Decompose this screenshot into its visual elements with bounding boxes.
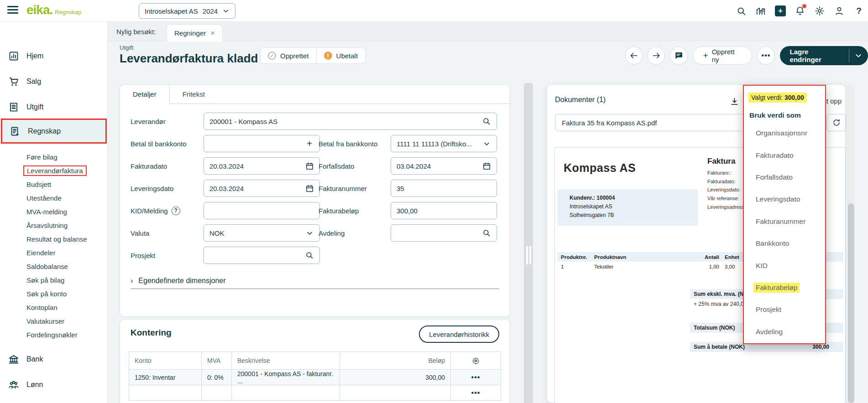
custom-dimensions-toggle[interactable]: › Egendefinerte dimensjoner — [131, 273, 499, 289]
help-icon[interactable]: ? — [172, 207, 180, 215]
menu-item-organisasjonsnr[interactable]: Organisasjonsnr — [744, 122, 825, 144]
sidebar-subitem-resultat-og-balanse[interactable]: Resultat og balanse — [0, 232, 108, 246]
betal-fra-select[interactable]: 1111 11 11113 (Driftsko... — [391, 135, 497, 152]
cell-mva[interactable]: 0: 0% — [202, 370, 232, 385]
more-actions-button[interactable]: ••• — [757, 46, 774, 65]
sidebar-item-utgift[interactable]: Utgift — [0, 95, 108, 119]
menu-item-forfallsdato[interactable]: Forfallsdato — [744, 166, 825, 188]
gear-icon[interactable] — [814, 5, 825, 16]
document-scrollbar[interactable] — [848, 85, 854, 403]
download-icon[interactable] — [730, 97, 740, 107]
sidebar-label: Leverandørfaktura — [23, 165, 87, 176]
menu-item-avdeling[interactable]: Avdeling — [744, 321, 825, 343]
tab-regninger[interactable]: Regninger × — [167, 24, 223, 41]
leveringsdato-field[interactable]: 20.03.2024 — [204, 180, 320, 197]
cell-konto[interactable]: 1250: Inventar — [129, 370, 202, 385]
comments-button[interactable] — [670, 46, 687, 65]
kid-field[interactable] — [204, 202, 320, 219]
company-selector[interactable]: Introselskapet AS 2024 — [139, 3, 235, 19]
sidebar-item-bank[interactable]: Bank — [0, 347, 108, 371]
close-icon[interactable]: × — [210, 29, 214, 37]
table-settings-button[interactable] — [451, 352, 501, 369]
notifications-bell-icon[interactable] — [795, 5, 805, 16]
prev-button[interactable] — [625, 46, 643, 65]
search-icon[interactable] — [482, 117, 491, 126]
betal-til-field[interactable]: + — [204, 135, 320, 152]
sidebar-subitem-eiendeler[interactable]: Eiendeler — [0, 246, 108, 259]
supplier-history-button[interactable]: Leverandørhistorikk — [419, 326, 499, 343]
cell-konto[interactable] — [129, 385, 202, 400]
add-icon[interactable]: + — [775, 5, 786, 16]
sidebar: Hjem Salg Utgift Regnskap Føre bilag Lev… — [0, 22, 108, 403]
avdeling-field[interactable] — [391, 224, 497, 242]
sidebar-item-lonn[interactable]: Lønn — [0, 373, 108, 397]
user-icon[interactable] — [834, 5, 845, 16]
valuta-select[interactable]: NOK — [204, 224, 320, 242]
cell-belop[interactable]: 300,00 — [340, 370, 451, 385]
fakturabelop-field[interactable]: 300,00 — [391, 202, 497, 219]
chevron-down-icon[interactable] — [305, 228, 314, 238]
calendar-icon[interactable] — [305, 184, 314, 193]
calendar-icon[interactable] — [482, 161, 491, 170]
sidebar-subitem-leverandorfaktura[interactable]: Leverandørfaktura — [0, 164, 108, 177]
sidebar-subitem-budsjett[interactable]: Budsjett — [0, 177, 108, 191]
prosjekt-field[interactable] — [204, 247, 320, 264]
menu-item-leveringsdato[interactable]: Leveringsdato — [744, 188, 825, 210]
calendar-icon[interactable] — [305, 161, 314, 170]
menu-item-prosjekt[interactable]: Prosjekt — [744, 299, 825, 320]
sidebar-subitem-kontoplan[interactable]: Kontoplan — [0, 300, 108, 314]
sidebar-subitem-arsavslutning[interactable]: Årsavslutning — [0, 218, 108, 232]
plus-icon[interactable]: + — [305, 139, 314, 148]
menu-item-bankkonto[interactable]: Bankkonto — [744, 232, 825, 254]
save-button[interactable]: Lagre endringer — [780, 46, 849, 65]
sidebar-item-regnskap[interactable]: Regnskap — [1, 119, 107, 144]
search-icon[interactable] — [305, 251, 314, 260]
sidebar-item-timer[interactable]: Timer — [0, 398, 108, 403]
create-new-button[interactable]: + Opprett ny — [693, 46, 753, 65]
forfallsdato-field[interactable]: 03.04.2024 — [391, 157, 497, 175]
cell-belop[interactable] — [340, 385, 451, 400]
sidebar-subitem-saldobalanse[interactable]: Saldobalanse — [0, 259, 108, 273]
sidebar-subitem-valutakurser[interactable]: Valutakurser — [0, 314, 108, 328]
sidebar-subitem-sok-pa-konto[interactable]: Søk på konto — [0, 287, 108, 300]
cell-beskrivelse[interactable]: 200001 - Kompass AS - fakturanr. ... — [232, 370, 340, 385]
next-button[interactable] — [648, 46, 665, 65]
invoice-customer-box: Kundenr.: 100004 Introselskapet AS Solhe… — [558, 189, 698, 226]
kontering-table: Konto MVA Beskrivelse Beløp 1250: Invent… — [129, 351, 501, 401]
help-icon[interactable]: ? — [853, 5, 864, 16]
menu-item-fakturanummer[interactable]: Fakturanummer — [744, 211, 825, 232]
use-value-popup: Valgt verdi: 300,00 Bruk verdi som Organ… — [743, 85, 826, 344]
menu-item-fakturabelop[interactable]: Fakturabeløp — [744, 277, 825, 299]
sidebar-subitem-utestaende[interactable]: Utestående — [0, 191, 108, 205]
menu-item-kid[interactable]: KID — [744, 254, 825, 276]
sidebar-subitem-fordelingsnokler[interactable]: Fordelingsnøkler — [0, 328, 108, 341]
cell-mva[interactable] — [202, 385, 232, 400]
hamburger-menu-icon[interactable] — [7, 6, 18, 15]
sidebar-subitem-fore-bilag[interactable]: Føre bilag — [0, 150, 108, 164]
sidebar-item-salg[interactable]: Salg — [0, 70, 108, 93]
menu-item-fakturadato[interactable]: Fakturadato — [744, 144, 825, 166]
row-menu-button[interactable]: ••• — [451, 385, 501, 400]
sidebar-item-hjem[interactable]: Hjem — [0, 44, 108, 68]
leverandor-field[interactable]: 200001 - Kompass AS — [204, 113, 497, 130]
sidebar-label: Fordelingsnøkler — [26, 331, 78, 339]
sidebar-subitem-sok-pa-bilag[interactable]: Søk på bilag — [0, 273, 108, 287]
table-row[interactable]: ••• — [129, 385, 501, 400]
save-dropdown-button[interactable] — [849, 46, 868, 65]
tab-fritekst[interactable]: Fritekst — [170, 85, 218, 103]
fakturadato-field[interactable]: 20.03.2024 — [204, 157, 320, 175]
panel-resize-handle[interactable] — [524, 83, 533, 403]
ellipsis-icon: ••• — [762, 52, 771, 60]
chevron-down-icon[interactable] — [482, 139, 491, 148]
search-icon[interactable] — [482, 228, 491, 238]
scrollbar-thumb[interactable] — [848, 203, 854, 403]
tab-detaljer[interactable]: Detaljer — [120, 85, 170, 104]
fakturanummer-field[interactable]: 35 — [391, 180, 497, 197]
row-menu-button[interactable]: ••• — [451, 370, 501, 385]
refresh-button[interactable] — [826, 114, 846, 131]
buildings-icon[interactable] — [755, 5, 766, 16]
search-icon[interactable] — [736, 5, 747, 16]
table-row[interactable]: 1250: Inventar 0: 0% 200001 - Kompass AS… — [129, 369, 501, 385]
cell-beskrivelse[interactable] — [232, 385, 340, 400]
sidebar-subitem-mva-melding[interactable]: MVA-melding — [0, 205, 108, 218]
